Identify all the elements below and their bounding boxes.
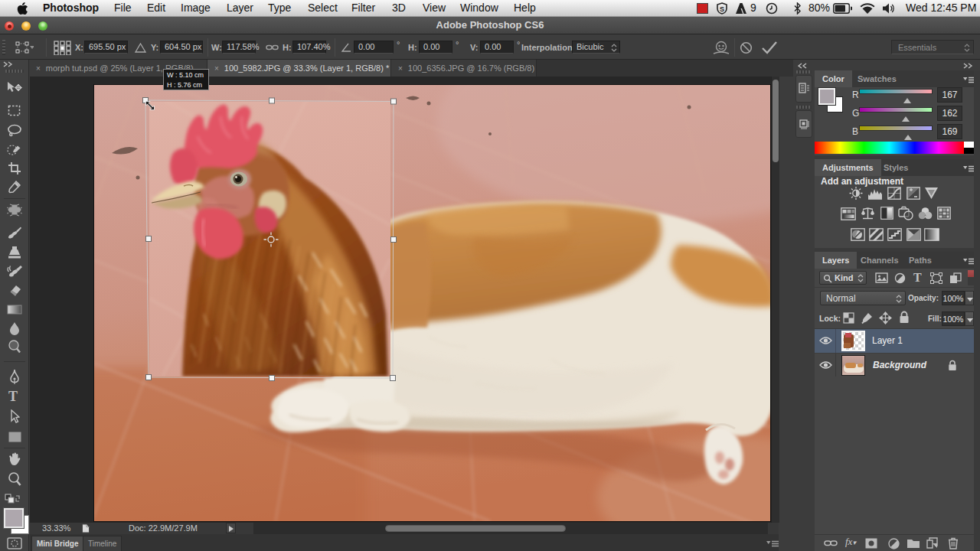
svg-text:S: S [720, 5, 724, 13]
